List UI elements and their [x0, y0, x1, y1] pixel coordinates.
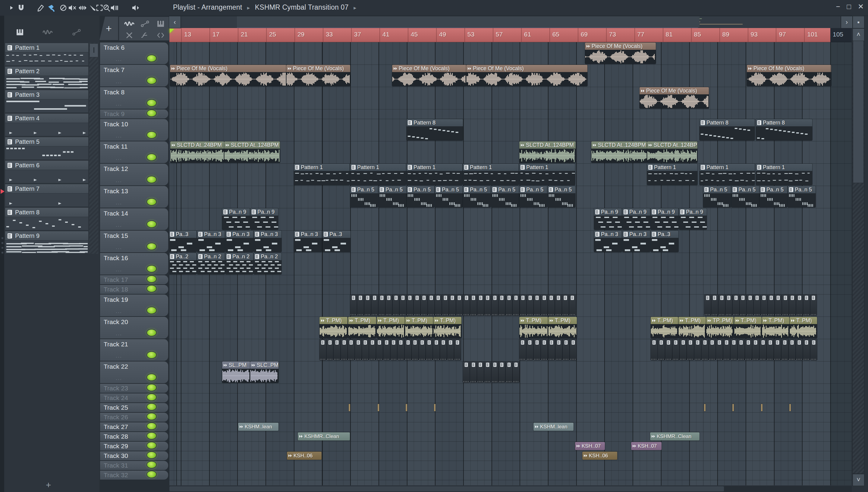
clip-header[interactable]: Piece Of Me (Vocals) [170, 65, 286, 72]
pattern-clip[interactable]: Pa..n 5 [379, 186, 406, 207]
mini-pattern-cell[interactable] [491, 295, 498, 316]
mini-pattern-cell[interactable] [478, 295, 484, 316]
audio-clip[interactable]: T..PM) [651, 317, 678, 338]
pattern-clip[interactable]: Pattern 1 [519, 164, 575, 185]
audio-clip[interactable]: SL..PM [222, 362, 250, 383]
track-mute-led[interactable] [147, 131, 157, 139]
clip-header[interactable]: Pattern 1 [756, 164, 812, 171]
mini-pattern-cell[interactable] [723, 339, 730, 360]
play-icon[interactable] [6, 2, 17, 13]
pattern-scrollbar-handle[interactable] [90, 43, 98, 57]
clip-header[interactable]: Pa..n 3 [294, 230, 322, 238]
mini-pattern-cell[interactable] [513, 362, 519, 383]
track-mute-led[interactable] [147, 220, 157, 228]
mini-pattern-cell[interactable] [556, 339, 562, 360]
mini-pattern-cell[interactable] [541, 339, 547, 360]
clip-header[interactable]: Pa..n 5 [760, 186, 787, 193]
mini-pattern-cell[interactable] [527, 339, 533, 360]
pattern-clip[interactable]: Pa..n 5 [435, 186, 463, 207]
mini-pattern-cell[interactable] [364, 295, 371, 316]
mini-pattern-cell[interactable] [789, 339, 795, 360]
mini-pattern-cell[interactable] [513, 295, 519, 316]
clip-header[interactable]: Pattern 1 [463, 164, 519, 171]
mini-pattern-cell[interactable] [672, 339, 679, 360]
clip-header[interactable]: T..PM) [377, 317, 405, 324]
clip-header[interactable]: T..PM) [790, 317, 817, 324]
mini-pattern-cell[interactable] [733, 295, 739, 316]
mini-pattern-cell[interactable] [456, 295, 463, 316]
clip-header[interactable]: Piece Of Me (Vocals) [466, 65, 587, 72]
overview-handle[interactable] [237, 16, 699, 27]
pattern-scrollbar[interactable] [89, 43, 98, 254]
close-button[interactable]: ✕ [858, 2, 864, 11]
track-mute-led[interactable] [147, 329, 157, 337]
tool-stretch-icon[interactable] [155, 30, 167, 41]
mini-pattern-cell[interactable] [782, 339, 788, 360]
pattern-clip[interactable]: Pa..n 3 [294, 230, 322, 252]
audio-clip[interactable]: T..PM) [377, 317, 405, 338]
clip-header[interactable]: Pa..n 9 [251, 208, 278, 216]
track-mute-led[interactable] [147, 99, 157, 107]
horizontal-scrollbar[interactable] [170, 486, 852, 492]
pattern-list-item[interactable]: Pattern 2 [5, 66, 88, 89]
mini-pattern-cell[interactable] [569, 295, 576, 316]
mini-pattern-cell[interactable] [412, 339, 418, 360]
clip-header[interactable]: Pattern 1 [647, 164, 697, 171]
clip-header[interactable]: Pa..n 2 [197, 253, 225, 260]
clip-header[interactable]: Pa..n 5 [788, 186, 816, 193]
mini-pattern-cell[interactable] [658, 339, 665, 360]
mini-pattern-cell[interactable] [782, 295, 789, 316]
track-header-track-11[interactable]: Track 11... [100, 141, 168, 163]
track-options[interactable]: ... [116, 244, 122, 250]
mini-pattern-cell[interactable] [454, 339, 461, 360]
pattern-clip[interactable]: Pa..n 5 [519, 186, 547, 207]
audio-clip[interactable]: T..PM) [433, 317, 461, 338]
track-options[interactable]: ... [116, 353, 122, 359]
maximize-button[interactable]: □ [847, 2, 851, 11]
clip-header[interactable]: Pattern 8 [699, 119, 755, 126]
playhead-marker[interactable] [170, 29, 174, 33]
track-mute-led[interactable] [147, 109, 157, 117]
clip-header[interactable]: Pa..3 [651, 230, 679, 238]
mini-pattern-cell[interactable] [796, 295, 803, 316]
track-header-track-10[interactable]: Track 10... [100, 119, 168, 141]
mini-pattern-cell[interactable] [731, 339, 737, 360]
vertical-scrollbar-track[interactable] [852, 41, 864, 474]
track-header-track-15[interactable]: Track 15... [100, 230, 168, 252]
mini-pattern-cell[interactable] [651, 339, 657, 360]
audio-chip-clip[interactable]: KSH..06 [287, 451, 322, 460]
pencil-icon[interactable] [35, 2, 46, 13]
add-pattern-button[interactable]: + [46, 480, 51, 490]
track-mute-led[interactable] [147, 432, 157, 440]
clip-header[interactable]: Piece Of Me (Vocals) [392, 65, 466, 72]
mini-pattern-cell[interactable] [563, 339, 569, 360]
pattern-clip[interactable]: Pattern 1 [407, 164, 462, 185]
track-options[interactable]: ... [116, 222, 122, 228]
audio-clip[interactable]: T..PM) [519, 317, 548, 338]
pattern-list-item[interactable]: Pattern 6 [5, 161, 88, 183]
pattern-item-header[interactable]: Pattern 7 [5, 184, 88, 194]
clip-header[interactable]: Pa..n 9 [679, 208, 707, 216]
pattern-clip[interactable]: Pa..n 9 [594, 208, 622, 230]
track-header-track-26[interactable]: Track 26 [100, 413, 168, 422]
track-mute-led[interactable] [147, 285, 157, 292]
track-options[interactable]: ... [116, 78, 122, 85]
picker-tab-wave-icon[interactable] [41, 27, 54, 38]
audio-clip[interactable]: SLCTD At..124BPM [224, 141, 280, 163]
clip-header[interactable]: Pattern 1 [350, 164, 406, 171]
mini-pattern-cell[interactable] [421, 295, 427, 316]
pattern-item-header[interactable]: Pattern 9 [5, 231, 88, 241]
clip-header[interactable]: Pa..n 9 [622, 208, 650, 216]
track-header-track-21[interactable]: Track 21... [100, 339, 168, 361]
mini-pattern-cell[interactable] [534, 339, 540, 360]
track-header-track-16[interactable]: Track 16... [100, 253, 168, 275]
mini-pattern-cell[interactable] [398, 339, 404, 360]
pattern-clip[interactable]: Pattern 1 [699, 164, 755, 185]
mini-pattern-cell[interactable] [419, 339, 426, 360]
clip-header[interactable]: Pa..n 3 [254, 230, 281, 238]
minimize-button[interactable]: − [836, 2, 840, 11]
timeline-ruler[interactable]: 1317212529333741454953576165697377818589… [170, 28, 830, 43]
pattern-clip[interactable]: Pa..n 9 [251, 208, 278, 230]
clip-header[interactable]: SLCTD At..24BPM [170, 141, 224, 149]
pattern-clip[interactable]: Pa..n 5 [760, 186, 787, 207]
